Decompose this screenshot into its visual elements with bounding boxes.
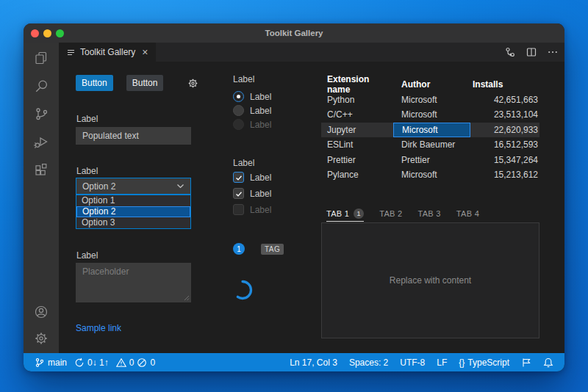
- radio-label: Label: [250, 106, 271, 116]
- text-area[interactable]: [76, 263, 191, 302]
- tab-label: Toolkit Gallery: [80, 47, 135, 57]
- desktop-background: Toolkit Gallery: [0, 0, 588, 392]
- minimize-window-button[interactable]: [43, 29, 51, 37]
- feedback-flag-icon: [521, 357, 531, 368]
- more-actions-button[interactable]: [547, 46, 559, 58]
- activity-bar-search[interactable]: [24, 72, 59, 100]
- app-window: Toolkit Gallery: [24, 23, 564, 371]
- indentation-text: Spaces: 2: [349, 357, 388, 368]
- radio-icon: [233, 119, 244, 130]
- cell-author: Prettier: [393, 153, 470, 168]
- activity-bar-run-debug[interactable]: [24, 128, 59, 156]
- gear-icon: [187, 77, 199, 90]
- dropdown-option-2[interactable]: Option 2: [76, 206, 190, 217]
- toolkit-gallery-webview: Button Button Label: [59, 62, 564, 353]
- secondary-button[interactable]: Button: [126, 75, 164, 91]
- radio-option-unchecked[interactable]: Label: [233, 105, 271, 116]
- ellipsis-icon: [547, 46, 559, 58]
- radio-label: Label: [250, 92, 271, 102]
- activity-bar-account[interactable]: [24, 299, 59, 325]
- status-branch[interactable]: main: [31, 353, 71, 371]
- panel-tab-2[interactable]: TAB 2: [379, 206, 402, 222]
- split-editor-button[interactable]: [526, 46, 537, 58]
- account-icon: [33, 304, 49, 320]
- branch-name: main: [48, 357, 67, 368]
- cell-author-focused[interactable]: Microsoft: [393, 123, 470, 138]
- status-sync[interactable]: 0↓ 1↑: [71, 353, 112, 371]
- status-cursor-position[interactable]: Ln 17, Col 3: [286, 353, 341, 371]
- sample-link[interactable]: Sample link: [76, 323, 121, 333]
- status-feedback[interactable]: [517, 353, 535, 371]
- checkbox-label: Label: [250, 173, 271, 183]
- eol-text: LF: [437, 357, 447, 368]
- split-editor-icon: [526, 46, 537, 58]
- activity-bar-source-control[interactable]: [24, 100, 59, 128]
- extensions-icon: [33, 161, 49, 178]
- radio-label: Label: [250, 120, 271, 130]
- grid-row-pylance[interactable]: Pylance Microsoft 15,213,612: [321, 167, 539, 183]
- checkbox-checked-focused[interactable]: Label: [233, 172, 271, 183]
- cursor-position-text: Ln 17, Col 3: [290, 357, 337, 368]
- col-installs: Installs: [470, 77, 539, 92]
- open-changes-icon: [504, 46, 516, 58]
- activity-bar-extensions[interactable]: [24, 156, 59, 184]
- radio-option-checked[interactable]: Label: [233, 91, 271, 102]
- grid-row-eslint[interactable]: ESLint Dirk Baeumer 16,512,593: [321, 137, 539, 153]
- search-icon: [33, 78, 49, 94]
- window-title: Toolkit Gallery: [265, 29, 323, 37]
- checkbox-group: Label Label Label: [233, 172, 271, 215]
- dropdown-value: Option 2: [82, 181, 115, 192]
- panel-tab-4[interactable]: TAB 4: [456, 206, 479, 222]
- status-notifications[interactable]: [539, 353, 557, 371]
- panel-tab-1[interactable]: TAB 1 1: [326, 206, 364, 222]
- checkbox-checked[interactable]: Label: [233, 188, 271, 199]
- dropdown-option-3[interactable]: Option 3: [76, 217, 190, 228]
- activity-bar-settings[interactable]: [24, 325, 59, 352]
- activity-bar-explorer[interactable]: [24, 44, 59, 72]
- open-changes-button[interactable]: [504, 46, 516, 58]
- panel-view: Replace with content: [321, 222, 539, 338]
- branch-icon: [35, 357, 45, 368]
- gear-icon-button[interactable]: [182, 76, 204, 90]
- check-icon: [235, 190, 243, 197]
- panel-tab-label: TAB 1: [326, 209, 349, 218]
- status-eol[interactable]: LF: [433, 353, 451, 371]
- dropdown-option-1[interactable]: Option 1: [76, 195, 190, 206]
- status-encoding[interactable]: UTF-8: [396, 353, 429, 371]
- panel-tab-label: TAB 4: [456, 209, 479, 218]
- cell-installs: 15,213,612: [470, 167, 539, 183]
- cell-name: Prettier: [321, 153, 393, 168]
- cell-name: Pylance: [321, 167, 393, 183]
- grid-header-row: Extension name Author Installs: [321, 77, 539, 92]
- text-field[interactable]: [76, 127, 191, 145]
- panel-tab-bar: TAB 1 1 TAB 2 TAB 3 TAB 4: [321, 206, 479, 222]
- grid-row-jupyter-selected[interactable]: Jupyter Microsoft 22,620,933: [321, 123, 539, 138]
- check-icon: [235, 174, 243, 181]
- grid-row-cpp[interactable]: C/C++ Microsoft 23,513,104: [321, 107, 539, 123]
- error-count: 0: [150, 357, 155, 368]
- checkbox-disabled: Label: [233, 204, 271, 215]
- webview-lines-icon: [66, 48, 76, 57]
- col-author: Author: [393, 77, 470, 92]
- files-icon: [33, 50, 49, 66]
- status-indentation[interactable]: Spaces: 2: [345, 353, 392, 371]
- status-language[interactable]: {} TypeScript: [455, 353, 513, 371]
- cell-installs: 23,513,104: [470, 107, 539, 123]
- resize-grip-icon[interactable]: [184, 295, 190, 301]
- grid-row-prettier[interactable]: Prettier Prettier 15,347,264: [321, 153, 539, 168]
- editor-tab-bar: Toolkit Gallery ×: [59, 43, 564, 62]
- status-problems[interactable]: 0 0: [112, 353, 159, 371]
- grid-row-python[interactable]: Python Microsoft 42,651,663: [321, 92, 539, 108]
- close-tab-icon[interactable]: ×: [142, 47, 148, 57]
- gear-icon: [33, 330, 49, 346]
- tab-toolkit-gallery[interactable]: Toolkit Gallery ×: [59, 43, 156, 62]
- checkbox-icon: [233, 188, 244, 199]
- close-window-button[interactable]: [31, 29, 39, 37]
- dropdown-select[interactable]: Option 2: [76, 178, 191, 195]
- zoom-window-button[interactable]: [56, 29, 64, 37]
- cell-author: Microsoft: [393, 167, 470, 183]
- primary-button[interactable]: Button: [76, 75, 113, 91]
- panel-tab-3[interactable]: TAB 3: [418, 206, 441, 222]
- warning-count: 0: [129, 357, 135, 368]
- cell-installs: 15,347,264: [470, 153, 539, 168]
